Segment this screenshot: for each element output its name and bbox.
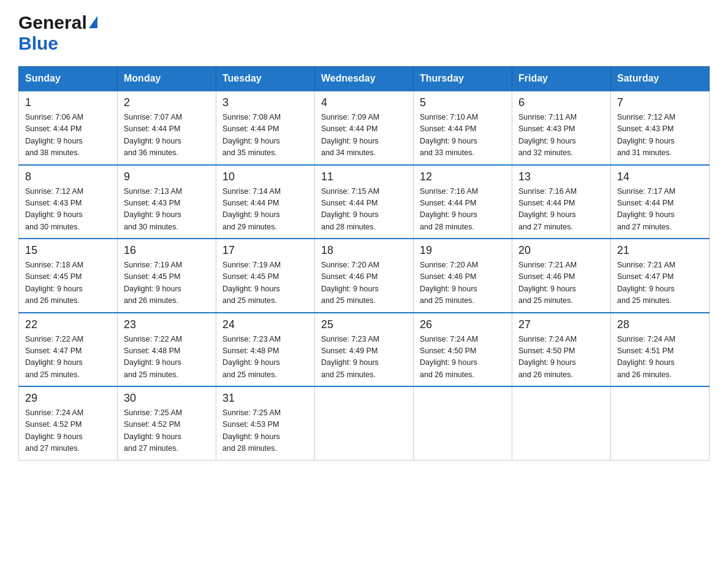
- calendar-cell: 31 Sunrise: 7:25 AMSunset: 4:53 PMDaylig…: [216, 386, 315, 460]
- calendar-cell: [315, 386, 414, 460]
- day-info: Sunrise: 7:20 AMSunset: 4:46 PMDaylight:…: [321, 261, 379, 305]
- day-info: Sunrise: 7:15 AMSunset: 4:44 PMDaylight:…: [321, 187, 379, 231]
- calendar-cell: 24 Sunrise: 7:23 AMSunset: 4:48 PMDaylig…: [216, 313, 315, 387]
- week-row-5: 29 Sunrise: 7:24 AMSunset: 4:52 PMDaylig…: [19, 386, 710, 460]
- page-header: General Blue: [18, 12, 710, 54]
- day-number: 8: [25, 170, 111, 183]
- day-number: 18: [321, 244, 407, 257]
- day-info: Sunrise: 7:16 AMSunset: 4:44 PMDaylight:…: [420, 187, 478, 231]
- calendar-cell: 8 Sunrise: 7:12 AMSunset: 4:43 PMDayligh…: [19, 165, 118, 239]
- day-info: Sunrise: 7:23 AMSunset: 4:49 PMDaylight:…: [321, 335, 379, 379]
- day-info: Sunrise: 7:10 AMSunset: 4:44 PMDaylight:…: [420, 113, 478, 157]
- calendar-cell: 1 Sunrise: 7:06 AMSunset: 4:44 PMDayligh…: [19, 91, 118, 165]
- calendar-cell: 20 Sunrise: 7:21 AMSunset: 4:46 PMDaylig…: [512, 239, 611, 313]
- day-number: 27: [518, 318, 604, 331]
- day-info: Sunrise: 7:24 AMSunset: 4:50 PMDaylight:…: [518, 335, 577, 379]
- calendar-cell: 30 Sunrise: 7:25 AMSunset: 4:52 PMDaylig…: [118, 386, 216, 460]
- weekday-header-thursday: Thursday: [414, 67, 512, 91]
- day-number: 15: [25, 244, 111, 257]
- day-number: 4: [321, 96, 407, 109]
- day-number: 12: [420, 170, 506, 183]
- day-number: 2: [124, 96, 210, 109]
- calendar-cell: 7 Sunrise: 7:12 AMSunset: 4:43 PMDayligh…: [611, 91, 710, 165]
- day-number: 31: [222, 392, 308, 405]
- day-info: Sunrise: 7:16 AMSunset: 4:44 PMDaylight:…: [518, 187, 577, 231]
- day-info: Sunrise: 7:07 AMSunset: 4:44 PMDaylight:…: [124, 113, 182, 157]
- logo: General Blue: [18, 12, 97, 54]
- day-info: Sunrise: 7:24 AMSunset: 4:52 PMDaylight:…: [25, 408, 83, 453]
- calendar-cell: 3 Sunrise: 7:08 AMSunset: 4:44 PMDayligh…: [216, 91, 315, 165]
- calendar-cell: 17 Sunrise: 7:19 AMSunset: 4:45 PMDaylig…: [216, 239, 315, 313]
- week-row-2: 8 Sunrise: 7:12 AMSunset: 4:43 PMDayligh…: [19, 165, 710, 239]
- day-info: Sunrise: 7:25 AMSunset: 4:52 PMDaylight:…: [124, 408, 182, 453]
- weekday-header-saturday: Saturday: [611, 67, 710, 91]
- calendar-cell: 16 Sunrise: 7:19 AMSunset: 4:45 PMDaylig…: [118, 239, 216, 313]
- calendar-cell: 5 Sunrise: 7:10 AMSunset: 4:44 PMDayligh…: [414, 91, 512, 165]
- weekday-header-row: SundayMondayTuesdayWednesdayThursdayFrid…: [19, 67, 710, 91]
- day-info: Sunrise: 7:22 AMSunset: 4:47 PMDaylight:…: [25, 335, 83, 379]
- day-info: Sunrise: 7:09 AMSunset: 4:44 PMDaylight:…: [321, 113, 379, 157]
- weekday-header-wednesday: Wednesday: [315, 67, 414, 91]
- weekday-header-tuesday: Tuesday: [216, 67, 315, 91]
- weekday-header-friday: Friday: [512, 67, 611, 91]
- logo-general-text: General: [18, 12, 87, 33]
- day-info: Sunrise: 7:17 AMSunset: 4:44 PMDaylight:…: [617, 187, 675, 231]
- day-number: 1: [25, 96, 111, 109]
- day-number: 9: [124, 170, 210, 183]
- calendar-cell: 19 Sunrise: 7:20 AMSunset: 4:46 PMDaylig…: [414, 239, 512, 313]
- day-number: 14: [617, 170, 703, 183]
- day-number: 10: [222, 170, 308, 183]
- week-row-3: 15 Sunrise: 7:18 AMSunset: 4:45 PMDaylig…: [19, 239, 710, 313]
- calendar-cell: 18 Sunrise: 7:20 AMSunset: 4:46 PMDaylig…: [315, 239, 414, 313]
- day-number: 22: [25, 318, 111, 331]
- week-row-1: 1 Sunrise: 7:06 AMSunset: 4:44 PMDayligh…: [19, 91, 710, 165]
- day-number: 21: [617, 244, 703, 257]
- day-info: Sunrise: 7:08 AMSunset: 4:44 PMDaylight:…: [222, 113, 281, 157]
- day-info: Sunrise: 7:14 AMSunset: 4:44 PMDaylight:…: [222, 187, 281, 231]
- weekday-header-sunday: Sunday: [19, 67, 118, 91]
- day-number: 7: [617, 96, 703, 109]
- calendar-cell: 12 Sunrise: 7:16 AMSunset: 4:44 PMDaylig…: [414, 165, 512, 239]
- calendar-cell: 21 Sunrise: 7:21 AMSunset: 4:47 PMDaylig…: [611, 239, 710, 313]
- calendar-cell: [512, 386, 611, 460]
- day-info: Sunrise: 7:25 AMSunset: 4:53 PMDaylight:…: [222, 408, 281, 453]
- day-info: Sunrise: 7:13 AMSunset: 4:43 PMDaylight:…: [124, 187, 182, 231]
- day-number: 23: [124, 318, 210, 331]
- day-info: Sunrise: 7:06 AMSunset: 4:44 PMDaylight:…: [25, 113, 83, 157]
- calendar-cell: 2 Sunrise: 7:07 AMSunset: 4:44 PMDayligh…: [118, 91, 216, 165]
- day-info: Sunrise: 7:12 AMSunset: 4:43 PMDaylight:…: [25, 187, 83, 231]
- calendar-cell: 10 Sunrise: 7:14 AMSunset: 4:44 PMDaylig…: [216, 165, 315, 239]
- day-info: Sunrise: 7:23 AMSunset: 4:48 PMDaylight:…: [222, 335, 281, 379]
- day-info: Sunrise: 7:24 AMSunset: 4:50 PMDaylight:…: [420, 335, 478, 379]
- calendar-table: SundayMondayTuesdayWednesdayThursdayFrid…: [18, 66, 710, 461]
- calendar-cell: 22 Sunrise: 7:22 AMSunset: 4:47 PMDaylig…: [19, 313, 118, 387]
- day-number: 3: [222, 96, 308, 109]
- day-info: Sunrise: 7:18 AMSunset: 4:45 PMDaylight:…: [25, 261, 83, 305]
- day-info: Sunrise: 7:19 AMSunset: 4:45 PMDaylight:…: [222, 261, 281, 305]
- calendar-cell: 4 Sunrise: 7:09 AMSunset: 4:44 PMDayligh…: [315, 91, 414, 165]
- day-info: Sunrise: 7:20 AMSunset: 4:46 PMDaylight:…: [420, 261, 478, 305]
- day-number: 28: [617, 318, 703, 331]
- week-row-4: 22 Sunrise: 7:22 AMSunset: 4:47 PMDaylig…: [19, 313, 710, 387]
- day-number: 13: [518, 170, 604, 183]
- day-info: Sunrise: 7:21 AMSunset: 4:46 PMDaylight:…: [518, 261, 577, 305]
- day-number: 30: [124, 392, 210, 405]
- weekday-header-monday: Monday: [118, 67, 216, 91]
- day-info: Sunrise: 7:19 AMSunset: 4:45 PMDaylight:…: [124, 261, 182, 305]
- day-info: Sunrise: 7:24 AMSunset: 4:51 PMDaylight:…: [617, 335, 675, 379]
- calendar-cell: 6 Sunrise: 7:11 AMSunset: 4:43 PMDayligh…: [512, 91, 611, 165]
- logo-blue-text: Blue: [18, 33, 58, 53]
- calendar-cell: 9 Sunrise: 7:13 AMSunset: 4:43 PMDayligh…: [118, 165, 216, 239]
- day-info: Sunrise: 7:21 AMSunset: 4:47 PMDaylight:…: [617, 261, 675, 305]
- day-number: 26: [420, 318, 506, 331]
- calendar-cell: [414, 386, 512, 460]
- calendar-cell: 28 Sunrise: 7:24 AMSunset: 4:51 PMDaylig…: [611, 313, 710, 387]
- calendar-cell: 26 Sunrise: 7:24 AMSunset: 4:50 PMDaylig…: [414, 313, 512, 387]
- day-info: Sunrise: 7:22 AMSunset: 4:48 PMDaylight:…: [124, 335, 182, 379]
- calendar-cell: 25 Sunrise: 7:23 AMSunset: 4:49 PMDaylig…: [315, 313, 414, 387]
- calendar-cell: 29 Sunrise: 7:24 AMSunset: 4:52 PMDaylig…: [19, 386, 118, 460]
- day-number: 29: [25, 392, 111, 405]
- day-info: Sunrise: 7:11 AMSunset: 4:43 PMDaylight:…: [518, 113, 577, 157]
- day-number: 16: [124, 244, 210, 257]
- day-number: 20: [518, 244, 604, 257]
